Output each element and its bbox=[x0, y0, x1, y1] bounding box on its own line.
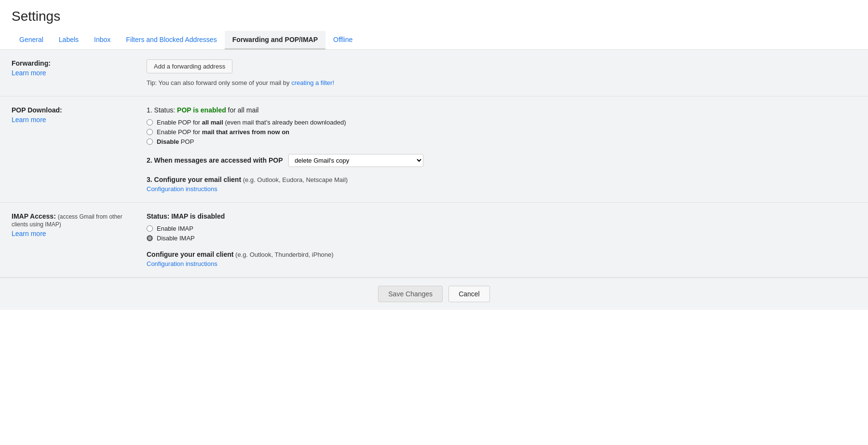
pop-option-from-now[interactable]: Enable POP for mail that arrives from no… bbox=[147, 128, 856, 136]
save-changes-button[interactable]: Save Changes bbox=[378, 286, 443, 302]
imap-learn-more[interactable]: Learn more bbox=[12, 230, 137, 237]
imap-label-col: IMAP Access: (access Gmail from other cl… bbox=[12, 212, 147, 267]
forwarding-tip: Tip: You can also forward only some of y… bbox=[147, 79, 856, 86]
pop-option-disable[interactable]: Disable POP bbox=[147, 138, 856, 145]
pop-config-instructions-link[interactable]: Configuration instructions bbox=[147, 185, 856, 193]
settings-content: Forwarding: Learn more Add a forwarding … bbox=[0, 50, 868, 278]
pop-when-accessed: 2. When messages are accessed with POP k… bbox=[147, 154, 856, 167]
pop-option-all-mail[interactable]: Enable POP for all mail (even mail that'… bbox=[147, 119, 856, 126]
page-title: Settings bbox=[0, 0, 868, 31]
creating-filter-link[interactable]: creating a filter! bbox=[291, 79, 334, 86]
imap-label: IMAP Access: bbox=[12, 212, 56, 220]
forwarding-content: Add a forwarding address Tip: You can al… bbox=[147, 59, 856, 86]
forwarding-label-col: Forwarding: Learn more bbox=[12, 59, 147, 86]
tab-labels[interactable]: Labels bbox=[51, 31, 86, 50]
tab-forwarding[interactable]: Forwarding and POP/IMAP bbox=[225, 31, 326, 50]
pop-section: POP Download: Learn more 1. Status: POP … bbox=[0, 97, 868, 203]
tab-offline[interactable]: Offline bbox=[326, 31, 360, 50]
add-forwarding-button[interactable]: Add a forwarding address bbox=[147, 59, 232, 73]
pop-radio-all-mail[interactable] bbox=[147, 119, 153, 125]
pop-when-dropdown[interactable]: keep Gmail's copy in the Inbox mark Gmai… bbox=[288, 154, 423, 167]
imap-content: Status: IMAP is disabled Enable IMAP Dis… bbox=[147, 212, 856, 267]
pop-enabled-text: POP is enabled bbox=[177, 106, 226, 114]
tab-general[interactable]: General bbox=[12, 31, 51, 50]
imap-config-instructions-link[interactable]: Configuration instructions bbox=[147, 260, 856, 267]
tab-filters[interactable]: Filters and Blocked Addresses bbox=[118, 31, 224, 50]
imap-option-disable[interactable]: Disable IMAP bbox=[147, 235, 856, 242]
imap-radio-disable[interactable] bbox=[147, 235, 153, 241]
pop-label-col: POP Download: Learn more bbox=[12, 106, 147, 193]
forwarding-section: Forwarding: Learn more Add a forwarding … bbox=[0, 50, 868, 97]
forwarding-label: Forwarding: bbox=[12, 59, 51, 67]
pop-radio-disable[interactable] bbox=[147, 139, 153, 145]
cancel-button[interactable]: Cancel bbox=[448, 286, 490, 302]
imap-configure: Configure your email client (e.g. Outloo… bbox=[147, 250, 856, 258]
imap-section: IMAP Access: (access Gmail from other cl… bbox=[0, 203, 868, 278]
imap-option-enable[interactable]: Enable IMAP bbox=[147, 225, 856, 232]
pop-learn-more[interactable]: Learn more bbox=[12, 116, 137, 124]
imap-radio-enable[interactable] bbox=[147, 225, 153, 232]
tabs-bar: General Labels Inbox Filters and Blocked… bbox=[0, 31, 868, 50]
forwarding-learn-more[interactable]: Learn more bbox=[12, 69, 137, 77]
pop-label: POP Download: bbox=[12, 106, 62, 114]
pop-radio-from-now[interactable] bbox=[147, 129, 153, 135]
imap-status: Status: IMAP is disabled bbox=[147, 212, 856, 220]
pop-content: 1. Status: POP is enabled for all mail E… bbox=[147, 106, 856, 193]
pop-status: 1. Status: POP is enabled for all mail bbox=[147, 106, 856, 114]
tab-inbox[interactable]: Inbox bbox=[86, 31, 118, 50]
footer-bar: Save Changes Cancel bbox=[0, 278, 868, 310]
pop-configure: 3. Configure your email client (e.g. Out… bbox=[147, 176, 856, 183]
